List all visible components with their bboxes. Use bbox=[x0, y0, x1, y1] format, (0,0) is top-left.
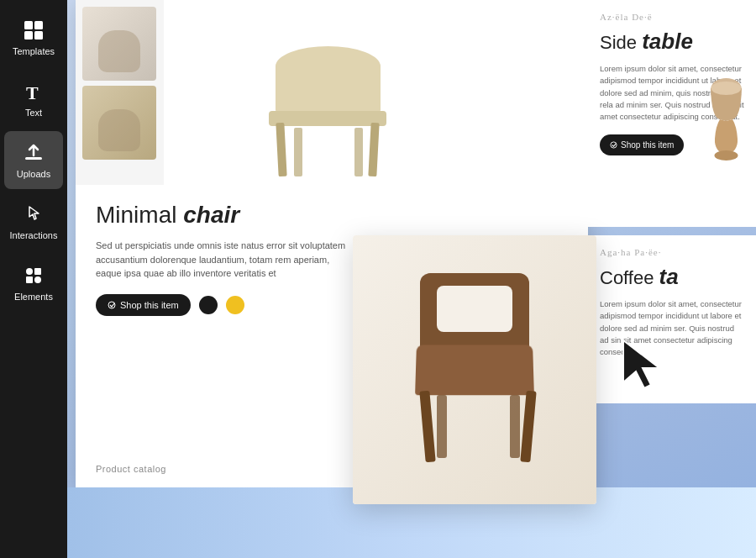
sidebar-item-elements[interactable]: Elements bbox=[4, 254, 63, 312]
cart-icon-2 bbox=[610, 141, 617, 149]
chair-seat bbox=[269, 111, 386, 126]
svg-point-14 bbox=[715, 150, 738, 161]
floating-card-inner bbox=[353, 235, 596, 504]
interactions-icon bbox=[22, 203, 45, 226]
sidebar: Templates T Text Uploads Interactions bbox=[0, 0, 67, 558]
canvas-area: Minimal chair Sed ut perspiciatis unde o… bbox=[67, 0, 756, 558]
brown-chair-leg-fr bbox=[520, 391, 536, 463]
shop-button[interactable]: Shop this item bbox=[96, 294, 191, 316]
svg-rect-3 bbox=[34, 31, 43, 39]
svg-point-9 bbox=[34, 276, 41, 283]
sidebar-item-label: Uploads bbox=[17, 169, 50, 179]
brown-chair-leg-fl bbox=[419, 391, 435, 463]
elements-icon bbox=[22, 264, 45, 287]
sidebar-item-label: Elements bbox=[14, 292, 53, 302]
thumbnail-2 bbox=[82, 86, 156, 160]
light-chair bbox=[252, 8, 403, 176]
sidebar-item-label: Text bbox=[25, 108, 42, 118]
brown-chair-leg-br bbox=[510, 395, 520, 458]
brand-name-1: Az·ëla De·ë bbox=[600, 12, 744, 22]
product-name-1: Side table bbox=[600, 29, 744, 55]
text-icon: T bbox=[22, 80, 45, 103]
svg-point-6 bbox=[26, 268, 33, 275]
decorative-object bbox=[703, 76, 749, 167]
right-panel-coffee-table: Aga·ha Pa·ëe· Coffee ta Lorem ipsum dolo… bbox=[588, 235, 756, 403]
svg-rect-5 bbox=[25, 157, 42, 160]
color-swatch-yellow[interactable] bbox=[226, 296, 244, 314]
thumbnail-1 bbox=[82, 7, 156, 81]
product-name-2: Coffee ta bbox=[600, 264, 744, 290]
cart-icon bbox=[108, 301, 116, 309]
svg-rect-8 bbox=[26, 276, 33, 283]
sidebar-item-text[interactable]: T Text bbox=[4, 70, 63, 128]
uploads-icon bbox=[22, 141, 45, 165]
svg-point-13 bbox=[711, 82, 742, 95]
templates-icon bbox=[22, 18, 45, 42]
brown-chair-back-hole bbox=[437, 286, 512, 332]
sidebar-item-label: Interactions bbox=[10, 230, 58, 240]
brown-chair-seat bbox=[415, 345, 534, 395]
brown-chair-back bbox=[420, 273, 529, 349]
right-panel-side-table: Az·ëla De·ë Side table Lorem ipsum dolor… bbox=[588, 0, 756, 227]
chair-leg-fr bbox=[368, 123, 379, 176]
chair-leg-fl bbox=[276, 123, 286, 176]
chair-back bbox=[276, 46, 381, 113]
main-chair-image bbox=[172, 0, 483, 185]
floating-card[interactable] bbox=[353, 235, 596, 504]
brown-chair-leg-bl bbox=[437, 395, 447, 458]
svg-rect-7 bbox=[34, 268, 41, 275]
doc-thumbnails bbox=[76, 0, 164, 185]
chair-leg-bl bbox=[294, 128, 302, 176]
brown-chair bbox=[399, 277, 550, 462]
svg-rect-0 bbox=[24, 21, 33, 29]
product-title: Minimal chair bbox=[96, 202, 568, 229]
svg-marker-15 bbox=[623, 340, 659, 388]
sidebar-item-interactions[interactable]: Interactions bbox=[4, 192, 63, 250]
product-description: Sed ut perspiciatis unde omnis iste natu… bbox=[96, 239, 348, 281]
sidebar-item-templates[interactable]: Templates bbox=[4, 8, 63, 66]
cursor-arrow bbox=[619, 336, 665, 394]
shop-button-right-1[interactable]: Shop this item bbox=[600, 134, 684, 155]
brand-name-2: Aga·ha Pa·ëe· bbox=[600, 247, 744, 257]
color-swatch-black[interactable] bbox=[199, 296, 218, 314]
page-footer: Product catalog bbox=[96, 464, 166, 474]
svg-rect-1 bbox=[34, 21, 43, 29]
svg-text:T: T bbox=[26, 82, 39, 103]
chair-leg-br bbox=[354, 128, 363, 176]
sidebar-item-label: Templates bbox=[13, 46, 55, 56]
svg-rect-2 bbox=[24, 31, 33, 39]
canvas: Minimal chair Sed ut perspiciatis unde o… bbox=[67, 0, 756, 558]
sidebar-item-uploads[interactable]: Uploads bbox=[4, 131, 63, 189]
doc-top-section bbox=[76, 0, 588, 185]
